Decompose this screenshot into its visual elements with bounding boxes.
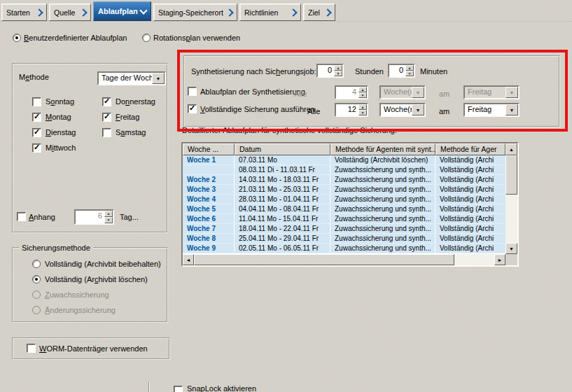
minutes-spinner[interactable]: 0 ▲▼	[388, 64, 415, 78]
spinner-down-icon[interactable]: ▼	[104, 217, 113, 223]
full-day-dropdown[interactable]: Freitag ▼	[463, 103, 519, 117]
rotation-schedule-radio[interactable]	[142, 34, 151, 42]
date-cell: 02.05.11 Mo - 06.05.11 Fr	[235, 244, 330, 253]
chevron-right-icon	[323, 8, 331, 16]
method2-cell: Vollständig (Archi	[435, 224, 505, 233]
vertical-scrollbar-thumb[interactable]	[505, 155, 517, 195]
day-label[interactable]: Freitag	[116, 113, 139, 121]
scroll-left-icon[interactable]: ◄	[183, 254, 194, 265]
synthesis-day-dropdown[interactable]: Freitag ▼	[463, 85, 519, 99]
tab-quelle[interactable]: Quelle	[49, 4, 91, 21]
spinner-down-icon[interactable]: ▼	[358, 92, 367, 98]
snaplock-checkbox[interactable]: ✓	[174, 386, 183, 392]
hours-value: 0	[318, 65, 334, 76]
scroll-right-icon[interactable]: ►	[494, 254, 505, 265]
table-row[interactable]: Woche 428.03.11 Mo - 01.04.11 FrZuwachss…	[183, 195, 505, 204]
day-checkbox[interactable]: ✓	[102, 128, 111, 137]
backup-method-label: Zuwachssicherung	[45, 290, 109, 299]
synthesis-unit-dropdown[interactable]: Woche(n) ▼	[379, 85, 426, 99]
horizontal-scrollbar-thumb[interactable]	[194, 254, 454, 265]
chevron-down-icon[interactable]: ▼	[505, 87, 518, 98]
backup-method-radio[interactable]	[32, 260, 41, 268]
tab-ziel[interactable]: Ziel	[303, 4, 335, 21]
full-unit-dropdown[interactable]: Woche(n) ▼	[379, 103, 426, 117]
synthesis-schedule-label[interactable]: Ablaufplan der Synthetisierung	[200, 88, 305, 97]
alle-label: Alle	[294, 90, 307, 99]
tab-label: Ablaufplan	[98, 7, 138, 15]
tab-ablaufplan[interactable]: Ablaufplan	[93, 1, 151, 21]
anhang-label[interactable]: Anhang	[29, 213, 55, 222]
backup-method-label[interactable]: Vollständig (Archivbit löschen)	[45, 275, 148, 284]
day-checkbox[interactable]: ✓	[32, 128, 41, 137]
chevron-right-icon	[79, 8, 87, 16]
backup-method-option: Änderungssicherung	[32, 304, 116, 316]
table-row[interactable]: Woche 825.04.11 Mo - 29.04.11 FrZuwachss…	[183, 234, 505, 244]
horizontal-scrollbar[interactable]: ◄ ►	[183, 254, 505, 265]
table-row[interactable]: 08.03.11 Di - 11.03.11 FrZuwachssicherun…	[183, 165, 505, 175]
chevron-down-icon[interactable]: ▼	[505, 104, 518, 115]
spinner-down-icon[interactable]: ▼	[334, 71, 342, 76]
spinner-down-icon[interactable]: ▼	[405, 71, 414, 76]
scroll-up-icon[interactable]: ▲	[505, 144, 517, 155]
day-label[interactable]: Dienstag	[46, 128, 76, 136]
day-label[interactable]: Donnerstag	[116, 97, 155, 106]
backup-method-radio[interactable]	[32, 275, 41, 284]
synthesis-interval-spinner[interactable]: 4 ▲▼	[335, 85, 368, 99]
day-label[interactable]: Sonntag	[46, 97, 74, 106]
day-checkbox[interactable]: ✓	[32, 97, 41, 106]
column-header-date[interactable]: Datum	[235, 144, 330, 155]
anhang-day-spinner[interactable]: 6 ▲▼	[74, 209, 114, 225]
schedule-table: Woche ... Datum Methode für Agenten mit …	[181, 142, 519, 267]
day-checkbox[interactable]: ✓	[32, 113, 41, 122]
day-label[interactable]: Mittwoch	[46, 144, 76, 152]
column-header-method2[interactable]: Methode für Ager	[435, 144, 505, 155]
table-row[interactable]: Woche 504.04.11 Mo - 08.04.11 FrZuwachss…	[183, 204, 505, 214]
spinner-up-icon[interactable]: ▲	[358, 104, 367, 110]
backup-method-label[interactable]: Vollständig (Archivbit beibehalten)	[45, 260, 161, 268]
rotation-schedule-label[interactable]: Rotationsplan verwenden	[153, 34, 240, 43]
tab-staging-speicherort[interactable]: Staging-Speicherort	[153, 4, 237, 21]
worm-label[interactable]: WORM-Datenträger verwenden	[39, 344, 148, 354]
custom-schedule-label[interactable]: Benutzerdefinierter Ablaufplan	[24, 34, 127, 43]
full-day-value: Freitag	[465, 104, 505, 115]
table-row[interactable]: Woche 611.04.11 Mo - 15.04.11 FrZuwachss…	[183, 214, 505, 224]
tab-richtlinien[interactable]: Richtlinien	[239, 4, 301, 21]
custom-schedule-radio[interactable]	[13, 34, 21, 42]
chevron-down-icon[interactable]: ▼	[412, 87, 424, 98]
hours-spinner[interactable]: 0 ▲▼	[316, 64, 344, 78]
column-header-week[interactable]: Woche ...	[183, 144, 235, 155]
worm-checkbox[interactable]: ✓	[27, 344, 36, 353]
methode-label: Methode	[19, 73, 49, 82]
day-checkbox[interactable]: ✓	[32, 144, 41, 153]
day-label[interactable]: Montag	[46, 113, 71, 121]
day-checkbox[interactable]: ✓	[102, 97, 111, 106]
anhang-checkbox[interactable]: ✓	[17, 212, 26, 221]
day-label[interactable]: Samstag	[116, 128, 146, 136]
full-interval-spinner[interactable]: 12 ▲▼	[335, 103, 368, 117]
am-label: am	[439, 107, 449, 116]
spinner-down-icon[interactable]: ▼	[358, 110, 367, 115]
table-row[interactable]: Woche 214.03.11 Mo - 18.03.11 FrZuwachss…	[183, 175, 505, 185]
backup-method-radio	[32, 290, 41, 299]
scroll-down-icon[interactable]: ▼	[505, 243, 517, 254]
spinner-up-icon[interactable]: ▲	[405, 65, 414, 71]
day-checkbox[interactable]: ✓	[102, 113, 111, 122]
full-backup-checkbox[interactable]: ✓	[188, 104, 197, 113]
snaplock-label[interactable]: SnapLock aktivieren	[187, 384, 256, 392]
table-row[interactable]: Woche 902.05.11 Mo - 06.05.11 FrZuwachss…	[183, 244, 505, 253]
vertical-scrollbar[interactable]: ▼	[505, 155, 517, 254]
spinner-up-icon[interactable]: ▲	[334, 65, 342, 71]
table-row[interactable]: Woche 321.03.11 Mo - 25.03.11 FrZuwachss…	[183, 185, 505, 195]
synthesis-schedule-checkbox[interactable]: ✓	[188, 87, 197, 96]
chevron-down-icon[interactable]: ▼	[412, 104, 424, 115]
spinner-up-icon[interactable]: ▲	[104, 211, 113, 217]
days-type-dropdown[interactable]: Tage der Woche ▼	[97, 71, 166, 85]
table-row[interactable]: Woche 718.04.11 Mo - 22.04.11 FrZuwachss…	[183, 224, 505, 234]
date-cell: 18.04.11 Mo - 22.04.11 Fr	[235, 224, 330, 233]
chevron-down-icon[interactable]: ▼	[152, 73, 165, 84]
tab-starten[interactable]: Starten	[1, 4, 47, 21]
full-backup-label[interactable]: Vollständige Sicherung ausführen	[200, 105, 315, 114]
column-header-method1[interactable]: Methode für Agenten mit synt...	[330, 144, 435, 155]
spinner-up-icon[interactable]: ▲	[358, 87, 367, 92]
table-row[interactable]: Woche 107.03.11 MoVollständig (Archivbit…	[183, 155, 505, 165]
